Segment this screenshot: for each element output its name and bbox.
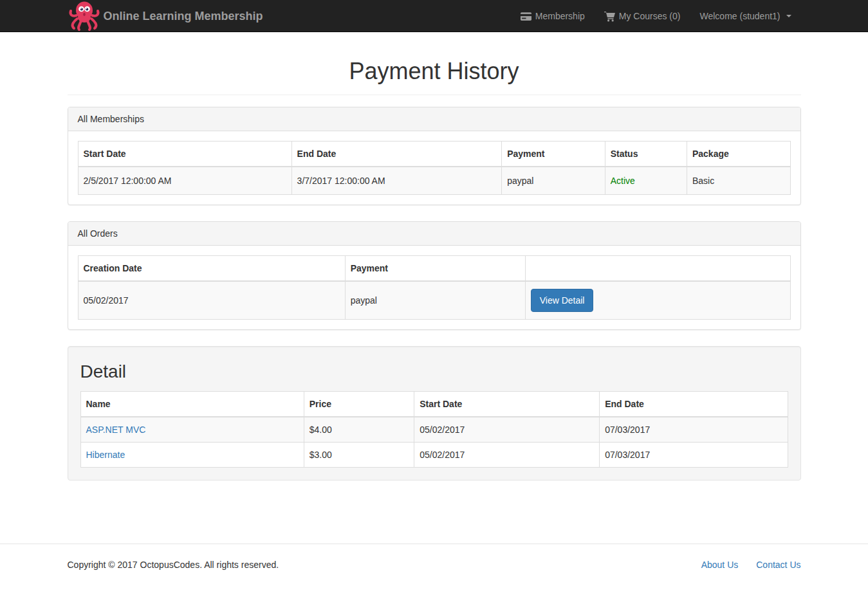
navbar-menu: Membership My Courses (0) Welcome (stude…	[511, 0, 801, 32]
detail-title: Detail	[80, 361, 788, 382]
detail-table: Name Price Start Date End Date ASP.NET M…	[80, 391, 788, 468]
column-header-package: Package	[687, 142, 790, 167]
column-header-start-date: Start Date	[414, 392, 600, 417]
course-link[interactable]: ASP.NET MVC	[86, 425, 146, 435]
table-row: 2/5/2017 12:00:00 AM 3/7/2017 12:00:00 A…	[78, 167, 790, 195]
course-link[interactable]: Hibernate	[86, 450, 125, 460]
column-header-end-date: End Date	[291, 142, 502, 167]
nav-item-label: Membership	[535, 11, 585, 21]
cell-payment: paypal	[345, 281, 525, 320]
status-badge: Active	[605, 167, 687, 195]
table-header-row: Creation Date Payment	[78, 256, 790, 282]
octopus-logo-icon	[68, 0, 101, 32]
memberships-table: Start Date End Date Payment Status Packa…	[78, 141, 791, 195]
top-navbar: Online Learning Membership Membership	[0, 0, 868, 32]
column-header-end-date: End Date	[600, 392, 788, 417]
cell-end-date: 07/03/2017	[600, 417, 788, 443]
cell-price: $4.00	[304, 417, 414, 443]
column-header-price: Price	[304, 392, 414, 417]
copyright-text: Copyright © 2017 OctopusCodes. All right…	[68, 560, 279, 570]
column-header-payment: Payment	[502, 142, 605, 167]
column-header-actions	[525, 256, 790, 282]
cell-payment: paypal	[502, 167, 605, 195]
cell-start-date: 2/5/2017 12:00:00 AM	[78, 167, 291, 195]
orders-panel-title: All Orders	[68, 222, 800, 246]
cell-package: Basic	[687, 167, 790, 195]
memberships-panel: All Memberships Start Date End Date Paym…	[68, 107, 801, 205]
column-header-name: Name	[80, 392, 304, 417]
about-us-link[interactable]: About Us	[701, 560, 739, 570]
main-content: Payment History All Memberships Start Da…	[58, 58, 811, 480]
brand-link[interactable]: Online Learning Membership	[68, 0, 263, 32]
column-header-start-date: Start Date	[78, 142, 291, 167]
nav-item-membership[interactable]: Membership	[511, 0, 595, 32]
memberships-panel-title: All Memberships	[68, 107, 800, 131]
cell-creation-date: 05/02/2017	[78, 281, 345, 320]
shopping-cart-icon	[604, 11, 615, 22]
caret-down-icon	[786, 15, 791, 17]
brand-text: Online Learning Membership	[104, 0, 263, 32]
table-row: ASP.NET MVC $4.00 05/02/2017 07/03/2017	[80, 417, 788, 443]
membership-card-icon	[521, 12, 531, 21]
detail-section: Detail Name Price Start Date End Date AS…	[68, 346, 801, 480]
cell-start-date: 05/02/2017	[414, 443, 600, 468]
table-row: 05/02/2017 paypal View Detail	[78, 281, 790, 320]
table-row: Hibernate $3.00 05/02/2017 07/03/2017	[80, 443, 788, 468]
orders-table: Creation Date Payment 05/02/2017 paypal …	[78, 255, 791, 320]
footer-links: About Us Contact Us	[701, 560, 801, 570]
nav-item-label: Welcome (student1)	[699, 11, 780, 21]
table-header-row: Start Date End Date Payment Status Packa…	[78, 142, 790, 167]
cell-price: $3.00	[304, 443, 414, 468]
column-header-status: Status	[605, 142, 687, 167]
nav-item-welcome-dropdown[interactable]: Welcome (student1)	[690, 0, 800, 32]
view-detail-button[interactable]: View Detail	[531, 289, 594, 312]
page-footer: Copyright © 2017 OctopusCodes. All right…	[0, 544, 868, 585]
nav-item-label: My Courses (0)	[619, 11, 681, 21]
cell-start-date: 05/02/2017	[414, 417, 600, 443]
contact-us-link[interactable]: Contact Us	[756, 560, 800, 570]
column-header-creation-date: Creation Date	[78, 256, 345, 282]
table-header-row: Name Price Start Date End Date	[80, 392, 788, 417]
column-header-payment: Payment	[345, 256, 525, 282]
title-divider	[68, 95, 801, 95]
cell-end-date: 07/03/2017	[600, 443, 788, 468]
page-title: Payment History	[68, 58, 801, 85]
cell-end-date: 3/7/2017 12:00:00 AM	[291, 167, 502, 195]
nav-item-my-courses[interactable]: My Courses (0)	[595, 0, 690, 32]
orders-panel: All Orders Creation Date Payment 05/02/2…	[68, 221, 801, 330]
